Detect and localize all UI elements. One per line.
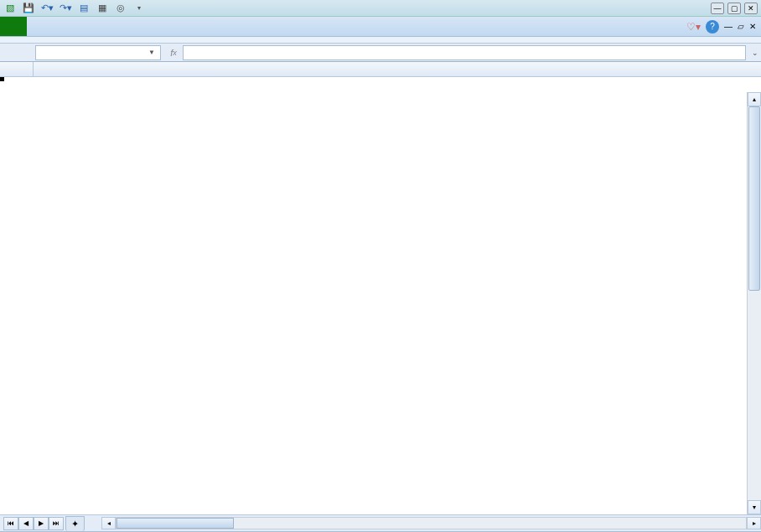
redo-icon[interactable]: ↷▾ (59, 2, 72, 15)
close-button[interactable]: ✕ (744, 3, 758, 14)
ribbon-heart-icon[interactable]: ♡▾ (686, 21, 701, 33)
active-cell-indicator (0, 77, 3, 80)
name-box-dropdown-icon[interactable]: ▼ (148, 49, 155, 56)
fx-icon[interactable]: fx (166, 45, 181, 60)
ribbon-right: ♡▾ ? — ▱ ✕ (686, 17, 761, 36)
new-sheet-button[interactable]: ✦ (65, 516, 85, 531)
scroll-right-button[interactable]: ▸ (747, 517, 761, 529)
sheet-tab-bar: ⏮ ◀ ▶ ⏭ ✦ ◂ ▸ (0, 514, 761, 531)
ribbon-minimize-icon[interactable]: — (724, 22, 733, 31)
formula-bar-expand-icon[interactable]: ⌄ (749, 49, 761, 57)
name-box[interactable]: ▼ (35, 45, 161, 60)
scroll-up-button[interactable]: ▴ (748, 92, 761, 106)
sheet-nav-first[interactable]: ⏮ (3, 517, 18, 530)
qat-icon-3[interactable]: ◎ (114, 2, 127, 15)
file-tab[interactable] (0, 17, 27, 36)
ribbon-tabs: ♡▾ ? — ▱ ✕ (0, 17, 761, 37)
save-icon[interactable]: 💾 (22, 2, 35, 15)
ribbon-collapsed-bar (0, 37, 761, 44)
sheet-nav-prev[interactable]: ◀ (18, 517, 34, 530)
qat-dropdown-icon[interactable]: ▾ (132, 2, 146, 15)
formula-bar-row: ▼ fx ⌄ (0, 44, 761, 62)
horizontal-scrollbar[interactable]: ◂ ▸ (116, 517, 747, 529)
title-bar: ▧ 💾 ↶▾ ↷▾ ▤ ▦ ◎ ▾ — ▢ ✕ (0, 0, 761, 17)
sheet-nav-next[interactable]: ▶ (34, 517, 49, 530)
window-controls: — ▢ ✕ (711, 3, 758, 14)
formula-bar[interactable] (183, 45, 746, 60)
help-icon[interactable]: ? (706, 20, 719, 34)
workbook-close-icon[interactable]: ✕ (749, 22, 756, 31)
vertical-scrollbar[interactable]: ▴ ▾ (747, 92, 761, 514)
qat-icon-2[interactable]: ▦ (96, 2, 109, 15)
excel-icon: ▧ (3, 2, 17, 15)
column-headers (0, 62, 761, 77)
undo-icon[interactable]: ↶▾ (40, 2, 54, 15)
select-all-corner[interactable] (0, 62, 34, 76)
hscroll-thumb[interactable] (116, 518, 234, 529)
worksheet-grid: ▴ ▾ (0, 62, 761, 514)
ribbon-restore-icon[interactable]: ▱ (738, 22, 744, 31)
minimize-button[interactable]: — (711, 3, 724, 14)
qat-icon-1[interactable]: ▤ (77, 2, 91, 15)
sheet-nav-buttons: ⏮ ◀ ▶ ⏭ (3, 517, 64, 530)
quick-access-toolbar: ▧ 💾 ↶▾ ↷▾ ▤ ▦ ◎ ▾ (3, 2, 146, 15)
grid-body[interactable]: ▴ ▾ (0, 77, 761, 514)
scroll-down-button[interactable]: ▾ (748, 500, 761, 514)
vscroll-thumb[interactable] (748, 106, 760, 291)
maximize-button[interactable]: ▢ (727, 3, 741, 14)
scroll-left-button[interactable]: ◂ (101, 517, 116, 529)
sheet-nav-last[interactable]: ⏭ (49, 517, 64, 530)
